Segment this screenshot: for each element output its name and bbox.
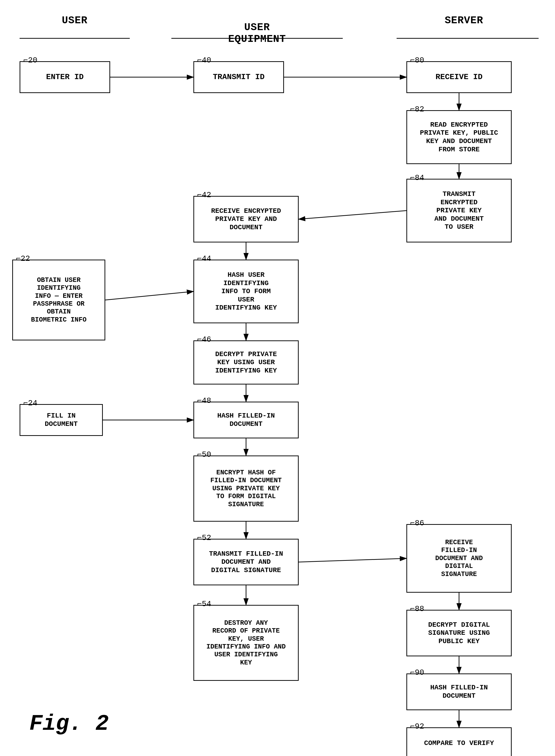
box-hash-filled-server: HASH FILLED-INDOCUMENT (407, 673, 512, 710)
col-underline-user (19, 38, 130, 39)
box-transmit-encrypted: TRANSMITENCRYPTEDPRIVATE KEYAND DOCUMENT… (407, 179, 512, 243)
col-header-server: SERVER (397, 15, 531, 27)
col-header-user: USER (19, 15, 130, 27)
ref-42: ⌐42 (197, 191, 211, 200)
ref-92: ⌐92 (410, 722, 424, 731)
ref-22: ⌐22 (16, 254, 30, 263)
ref-40: ⌐40 (197, 56, 211, 65)
box-read-encrypted: READ ENCRYPTEDPRIVATE KEY, PUBLICKEY AND… (407, 110, 512, 164)
ref-90: ⌐90 (410, 668, 424, 677)
ref-88: ⌐88 (410, 604, 424, 614)
ref-50: ⌐50 (197, 450, 211, 459)
ref-54: ⌐54 (197, 599, 211, 608)
ref-24: ⌐24 (23, 399, 37, 408)
col-underline-equipment (171, 38, 343, 39)
ref-20: ⌐20 (23, 56, 37, 65)
ref-80: ⌐80 (410, 56, 424, 65)
ref-84: ⌐84 (410, 173, 424, 182)
ref-46: ⌐46 (197, 335, 211, 344)
ref-48: ⌐48 (197, 396, 211, 405)
box-hash-filled: HASH FILLED-INDOCUMENT (194, 402, 299, 438)
svg-line-7 (105, 291, 194, 300)
ref-82: ⌐82 (410, 105, 424, 114)
box-encrypt-hash: ENCRYPT HASH OFFILLED-IN DOCUMENTUSING P… (194, 456, 299, 521)
box-obtain-user-info: OBTAIN USERIDENTIFYINGINFO — ENTERPASSPH… (12, 260, 105, 340)
box-receive-encrypted: RECEIVE ENCRYPTEDPRIVATE KEY ANDDOCUMENT (194, 196, 299, 243)
ref-44: ⌐44 (197, 254, 211, 263)
box-decrypt-private-key: DECRYPT PRIVATEKEY USING USERIDENTIFYING… (194, 340, 299, 384)
box-enter-id: ENTER ID (19, 61, 110, 93)
fig-label: Fig. 2 (29, 711, 109, 737)
ref-52: ⌐52 (197, 533, 211, 542)
col-underline-server (397, 38, 539, 39)
svg-line-13 (299, 558, 407, 562)
col-header-equipment: USEREQUIPMENT (171, 10, 343, 45)
box-destroy-record: DESTROY ANYRECORD OF PRIVATEKEY, USERIDE… (194, 605, 299, 681)
box-transmit-id: TRANSMIT ID (194, 61, 284, 93)
diagram: USER USEREQUIPMENT SERVER ENTER ID ⌐20 T… (0, 0, 555, 756)
box-receive-filled: RECEIVEFILLED-INDOCUMENT ANDDIGITALSIGNA… (407, 524, 512, 593)
box-receive-id: RECEIVE ID (407, 61, 512, 93)
box-fill-document: FILL INDOCUMENT (19, 404, 103, 436)
box-transmit-filled: TRANSMIT FILLED-INDOCUMENT ANDDIGITAL SI… (194, 539, 299, 585)
box-decrypt-signature: DECRYPT DIGITALSIGNATURE USINGPUBLIC KEY (407, 610, 512, 656)
box-compare-verify: COMPARE TO VERIFY (407, 727, 512, 756)
box-hash-user-info: HASH USERIDENTIFYINGINFO TO FORMUSERIDEN… (194, 260, 299, 323)
svg-line-5 (299, 211, 407, 219)
ref-86: ⌐86 (410, 519, 424, 528)
